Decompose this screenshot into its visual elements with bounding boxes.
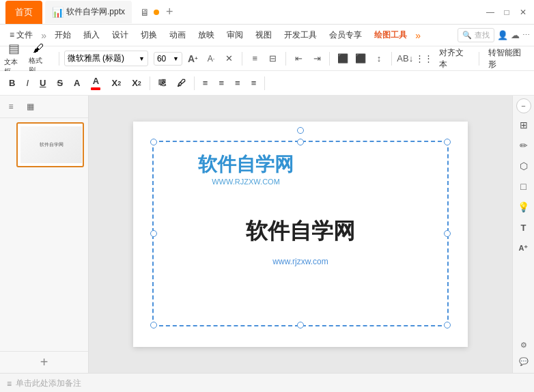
title-center-actions: 🖥 +	[140, 5, 173, 19]
rt-settings-btn[interactable]: ⚙	[518, 339, 530, 351]
notes-bar[interactable]: ≡ 单击此处添加备注	[0, 373, 534, 392]
divider1	[59, 52, 59, 66]
file-tab[interactable]: 📊 软件自学网.pptx	[45, 1, 132, 23]
search-box[interactable]: 🔍 查找	[458, 28, 494, 42]
para-align-justify-btn[interactable]: ≡	[247, 76, 262, 90]
more-options-icon[interactable]: ⋯	[522, 31, 530, 40]
menu-devtools[interactable]: 开发工具	[279, 27, 322, 44]
smart-shape-btn[interactable]: 转智能图形	[484, 46, 530, 72]
menu-review[interactable]: 审阅	[221, 27, 249, 44]
rt-chat-btn[interactable]: 💬	[518, 355, 530, 367]
slide-thumb-inner-1: 软件自学网	[20, 126, 82, 163]
title-bar: 首页 📊 软件自学网.pptx 🖥 + — □ ✕	[0, 0, 534, 25]
italic-btn[interactable]: I	[21, 76, 33, 90]
slide-title[interactable]: 软件自学网	[246, 216, 355, 247]
menu-drawtool[interactable]: 绘图工具	[369, 27, 412, 44]
restore-button[interactable]: □	[501, 7, 512, 18]
menu-expand[interactable]: »	[40, 30, 48, 41]
strikethrough-btn[interactable]: S	[52, 76, 68, 90]
slide-canvas[interactable]: 软件自学网 www.rjzxw.com	[133, 122, 468, 347]
text-direction-btn[interactable]: AB↓	[397, 51, 413, 67]
rt-layers-btn[interactable]: ⊞	[515, 116, 533, 134]
divider5	[391, 52, 392, 66]
slide-canvas-area[interactable]: 软件自学网 www.rjzxw.com	[89, 96, 512, 373]
rt-rectangle-btn[interactable]: □	[515, 178, 533, 195]
rotate-handle[interactable]	[297, 127, 304, 134]
handle-bot-center[interactable]	[297, 322, 304, 328]
handle-top-left[interactable]	[150, 139, 157, 145]
font-size-increase-btn[interactable]: A+	[185, 51, 201, 67]
menu-view[interactable]: 视图	[250, 27, 277, 44]
menu-more-icon[interactable]: »	[414, 30, 422, 41]
slide-item-1[interactable]: 1 软件自学网	[4, 122, 84, 167]
menu-animation[interactable]: 动画	[164, 27, 191, 44]
rt-pen-btn[interactable]: ✏	[515, 137, 533, 154]
menu-design[interactable]: 设计	[107, 27, 134, 44]
line-spacing-btn[interactable]: ↕	[371, 51, 387, 67]
file-name: 软件自学网.pptx	[66, 6, 125, 18]
align-text-btn[interactable]: 对齐文本	[435, 46, 473, 72]
cloud-icon[interactable]: ☁	[511, 30, 520, 40]
menu-insert[interactable]: 插入	[78, 27, 105, 44]
main-layout: ≡ ▦ 1 软件自学网 +	[0, 96, 534, 373]
align-left-btn[interactable]: ⬛	[335, 51, 350, 67]
paint-btn[interactable]: 🖊	[172, 76, 191, 90]
special-char-btn[interactable]: 嗯	[154, 76, 171, 90]
close-button[interactable]: ✕	[518, 7, 529, 18]
window-controls: — □ ✕	[485, 7, 529, 18]
clear-format-btn[interactable]: ✕	[221, 51, 237, 67]
new-tab-button[interactable]: +	[166, 5, 173, 19]
font-color-btn[interactable]: A	[86, 74, 105, 92]
thumbnail-view-btn[interactable]: ▦	[22, 98, 38, 115]
rt-text-btn[interactable]: T	[515, 219, 533, 236]
search-icon: 🔍	[462, 31, 472, 40]
font-size-select[interactable]: 60 ▼	[154, 52, 182, 66]
rt-shape-btn[interactable]: ⬡	[515, 157, 533, 175]
para-align-right-btn[interactable]: ≡	[230, 76, 245, 90]
indent-increase-btn[interactable]: ⇥	[309, 51, 325, 67]
menu-switch[interactable]: 切换	[135, 27, 163, 44]
col-count-btn[interactable]: ⋮⋮	[416, 51, 432, 67]
handle-mid-left[interactable]	[150, 230, 157, 237]
add-slide-button[interactable]: +	[40, 354, 48, 370]
notes-icon: ≡	[7, 379, 12, 389]
divider6	[479, 52, 479, 66]
indent-decrease-btn[interactable]: ⇤	[291, 51, 307, 67]
bold-btn[interactable]: B	[4, 76, 20, 90]
font-name-value: 微软雅黑 (标题)	[68, 53, 124, 64]
underline-btn[interactable]: U	[35, 76, 51, 90]
shadow-btn[interactable]: A	[69, 76, 85, 90]
home-tab[interactable]: 首页	[5, 1, 42, 24]
font-size-decrease-btn[interactable]: A-	[203, 51, 219, 67]
menu-start[interactable]: 开始	[49, 27, 76, 44]
font-name-select[interactable]: 微软雅黑 (标题) ▼	[64, 51, 148, 66]
rt-text-art-btn[interactable]: A⁺	[515, 239, 533, 257]
menu-vip[interactable]: 会员专享	[324, 27, 367, 44]
superscript-btn[interactable]: X2	[107, 76, 126, 90]
font-color-swatch	[91, 87, 100, 90]
handle-top-right[interactable]	[444, 139, 451, 145]
handle-mid-right[interactable]	[444, 230, 451, 237]
toolbar-format: B I U S A A X2 X2 嗯 🖊 ≡ ≡ ≡ ≡ 软件自学网 WWW.…	[0, 71, 534, 96]
handle-bot-right[interactable]	[444, 322, 451, 328]
list-ordered-btn[interactable]: ⊟	[266, 51, 281, 67]
para-align-left-btn[interactable]: ≡	[198, 76, 213, 90]
rt-lightbulb-btn[interactable]: 💡	[515, 198, 533, 216]
list-unordered-btn[interactable]: ≡	[247, 51, 263, 67]
menu-bar: ≡ 文件 » 开始 插入 设计 切换 动画 放映 审阅 视图 开发工具 会员专享…	[0, 25, 534, 46]
minimize-button[interactable]: —	[485, 7, 496, 18]
para-align-center-btn[interactable]: ≡	[214, 76, 229, 90]
panel-bottom: +	[0, 351, 88, 373]
notes-placeholder[interactable]: 单击此处添加备注	[16, 378, 81, 389]
align-center-btn[interactable]: ⬛	[353, 51, 369, 67]
handle-bot-left[interactable]	[150, 322, 157, 328]
slide-thumbnail-1[interactable]: 软件自学网	[16, 122, 84, 167]
rt-minus-btn[interactable]: −	[516, 98, 531, 113]
handle-top-center[interactable]	[297, 139, 304, 145]
user-icon[interactable]: 👤	[497, 30, 508, 40]
slide-subtitle[interactable]: www.rjzxw.com	[272, 257, 328, 266]
outline-view-btn[interactable]: ≡	[3, 98, 19, 115]
subscript-btn[interactable]: X2	[127, 76, 146, 90]
format-brush-icon: 🖌	[33, 42, 44, 55]
menu-playback[interactable]: 放映	[193, 27, 220, 44]
